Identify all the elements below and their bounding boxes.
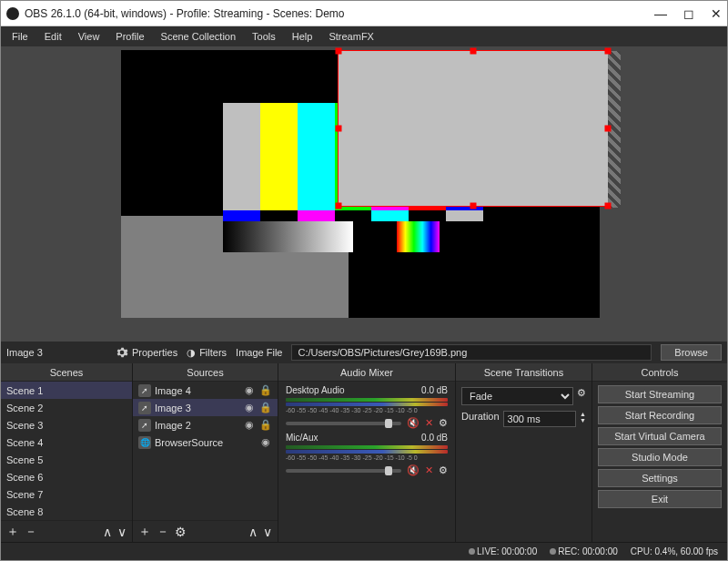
controls-header: Controls	[592, 363, 727, 382]
mixer-channel: Desktop Audio0.0 dB -60 -55 -50 -45 -40 …	[278, 382, 455, 429]
source-settings-button[interactable]: ⚙	[175, 525, 187, 539]
move-source-down-button[interactable]: ∨	[263, 525, 272, 539]
resize-handle-e[interactable]	[605, 126, 612, 132]
controls-panel: Controls Start Streaming Start Recording…	[592, 363, 727, 542]
vu-meter	[286, 398, 448, 402]
volume-slider[interactable]	[286, 469, 401, 473]
file-path-input[interactable]: C:/Users/OBS/Pictures/Grey169B.png	[291, 344, 652, 361]
menubar: File Edit View Profile Scene Collection …	[1, 26, 727, 46]
resize-handle-sw[interactable]	[336, 203, 342, 209]
start-recording-button[interactable]: Start Recording	[598, 406, 722, 424]
exit-button[interactable]: Exit	[598, 490, 722, 508]
resize-handle-s[interactable]	[470, 203, 477, 209]
window-title: OBS 26.1.0 (64-bit, windows) - Profile: …	[25, 7, 654, 20]
sources-list[interactable]: ➚ Image 4 ◉ 🔒 ➚ Image 3 ◉ 🔒 ➚ Image 2 ◉ …	[133, 382, 278, 520]
lock-toggle[interactable]: 🔒	[259, 419, 272, 431]
preview-area[interactable]	[1, 46, 727, 342]
settings-button[interactable]: Settings	[598, 469, 722, 487]
source-item[interactable]: ➚ Image 2 ◉ 🔒	[133, 416, 278, 434]
vu-meter	[286, 450, 448, 454]
menu-scene-collection[interactable]: Scene Collection	[154, 29, 244, 44]
maximize-button[interactable]: ◻	[683, 6, 694, 21]
live-status-dot	[469, 548, 475, 555]
source-item[interactable]: 🌐 BrowserSource ◉	[133, 434, 278, 451]
scene-item[interactable]: Scene 3	[1, 416, 132, 434]
menu-help[interactable]: Help	[285, 29, 320, 44]
resize-handle-n[interactable]	[470, 48, 477, 55]
audio-mixer-panel: Audio Mixer Desktop Audio0.0 dB -60 -55 …	[278, 363, 456, 542]
minimize-button[interactable]: —	[654, 6, 667, 21]
scene-item[interactable]: Scene 8	[1, 503, 132, 520]
move-scene-down-button[interactable]: ∨	[117, 525, 126, 539]
source-item[interactable]: ➚ Image 3 ◉ 🔒	[133, 399, 278, 416]
scene-item[interactable]: Scene 2	[1, 399, 132, 416]
lock-toggle[interactable]: 🔒	[259, 402, 272, 413]
volume-slider[interactable]	[286, 422, 401, 425]
add-source-button[interactable]: ＋	[138, 524, 151, 540]
scenes-panel: Scenes Scene 1 Scene 2 Scene 3 Scene 4 S…	[1, 363, 133, 542]
menu-profile[interactable]: Profile	[108, 29, 151, 44]
properties-button[interactable]: Properties	[116, 346, 177, 359]
visibility-toggle[interactable]: ◉	[259, 436, 272, 448]
menu-view[interactable]: View	[71, 29, 107, 44]
transitions-panel: Scene Transitions Fade ⚙ Duration 300 ms…	[456, 363, 592, 542]
filters-button[interactable]: ◑ Filters	[187, 347, 227, 359]
remove-source-button[interactable]: －	[157, 524, 169, 540]
remove-channel-icon[interactable]: ✕	[425, 464, 433, 476]
visibility-toggle[interactable]: ◉	[243, 384, 256, 396]
mute-button[interactable]: 🔇	[407, 464, 420, 476]
remove-scene-button[interactable]: －	[25, 524, 37, 540]
move-scene-up-button[interactable]: ∧	[103, 525, 112, 539]
meter-ticks: -60 -55 -50 -45 -40 -35 -30 -25 -20 -15 …	[286, 454, 448, 461]
menu-file[interactable]: File	[5, 29, 35, 44]
menu-streamfx[interactable]: StreamFX	[321, 29, 381, 44]
image-icon: ➚	[138, 402, 151, 414]
add-scene-button[interactable]: ＋	[6, 524, 19, 540]
docks-row: Scenes Scene 1 Scene 2 Scene 3 Scene 4 S…	[1, 363, 727, 542]
duration-step-up[interactable]: ▲	[580, 411, 586, 417]
source-item[interactable]: ➚ Image 4 ◉ 🔒	[133, 382, 278, 399]
visibility-toggle[interactable]: ◉	[243, 419, 256, 431]
channel-settings-button[interactable]: ⚙	[439, 417, 448, 429]
lock-toggle[interactable]: 🔒	[259, 384, 272, 396]
gear-icon	[116, 346, 128, 359]
selected-source-name: Image 3	[6, 347, 106, 358]
scenes-header: Scenes	[1, 363, 132, 382]
visibility-toggle[interactable]: ◉	[243, 402, 256, 413]
channel-name: Mic/Aux	[286, 433, 318, 443]
app-icon	[6, 7, 19, 20]
resize-handle-ne[interactable]	[605, 48, 612, 55]
scene-item[interactable]: Scene 6	[1, 468, 132, 485]
duration-input[interactable]: 300 ms	[503, 411, 576, 427]
scene-item[interactable]: Scene 1	[1, 382, 132, 399]
close-button[interactable]: ✕	[711, 6, 722, 21]
scene-item[interactable]: Scene 5	[1, 451, 132, 468]
start-streaming-button[interactable]: Start Streaming	[598, 385, 722, 403]
scenes-list[interactable]: Scene 1 Scene 2 Scene 3 Scene 4 Scene 5 …	[1, 382, 132, 520]
source-image3-selected[interactable]	[338, 50, 609, 207]
mixer-header: Audio Mixer	[278, 363, 455, 382]
studio-mode-button[interactable]: Studio Mode	[598, 448, 722, 466]
preview-canvas[interactable]	[121, 50, 600, 318]
duration-label: Duration	[461, 411, 500, 427]
cpu-status: CPU: 0.4%, 60.00 fps	[631, 546, 718, 556]
move-source-up-button[interactable]: ∧	[248, 525, 258, 539]
status-bar: LIVE: 00:00:00 REC: 00:00:00 CPU: 0.4%, …	[1, 542, 727, 560]
browse-button[interactable]: Browse	[661, 344, 722, 361]
resize-handle-se[interactable]	[605, 203, 612, 209]
menu-edit[interactable]: Edit	[37, 29, 69, 44]
start-virtual-camera-button[interactable]: Start Virtual Camera	[598, 427, 722, 445]
remove-channel-icon[interactable]: ✕	[425, 417, 433, 429]
meter-ticks: -60 -55 -50 -45 -40 -35 -30 -25 -20 -15 …	[286, 407, 448, 413]
mute-button[interactable]: 🔇	[407, 417, 420, 429]
scene-item[interactable]: Scene 4	[1, 434, 132, 451]
menu-tools[interactable]: Tools	[245, 29, 283, 44]
app-window: OBS 26.1.0 (64-bit, windows) - Profile: …	[0, 0, 728, 561]
scene-item[interactable]: Scene 7	[1, 485, 132, 503]
duration-step-down[interactable]: ▼	[580, 417, 586, 423]
resize-handle-nw[interactable]	[336, 48, 342, 55]
transition-settings-button[interactable]: ⚙	[577, 387, 586, 405]
transition-select[interactable]: Fade	[461, 387, 573, 405]
resize-handle-w[interactable]	[336, 126, 342, 132]
channel-settings-button[interactable]: ⚙	[439, 464, 448, 476]
